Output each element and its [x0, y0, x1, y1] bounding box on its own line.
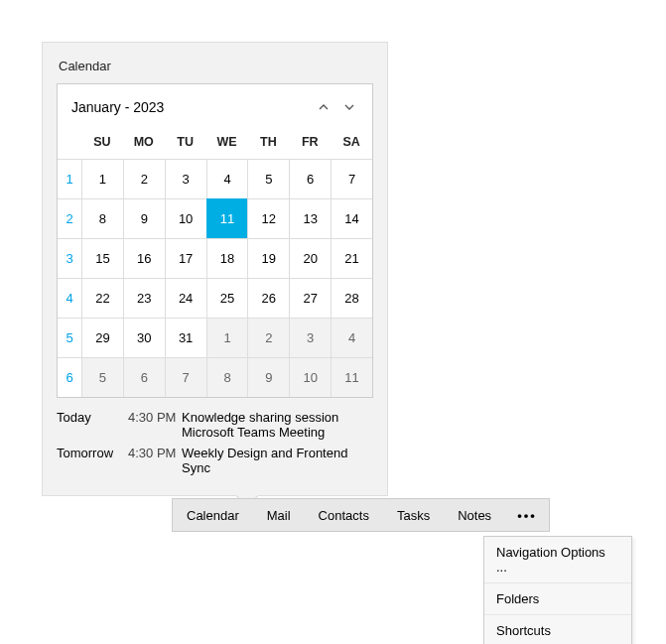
day-cell[interactable]: 20: [289, 238, 331, 278]
day-cell[interactable]: 25: [206, 278, 248, 318]
day-cell[interactable]: 19: [247, 238, 289, 278]
event-subtitle: Microsoft Teams Meeting: [182, 425, 373, 440]
next-month-button[interactable]: [336, 94, 362, 120]
upcoming-events: Today4:30 PMKnowledge sharing sessionMic…: [57, 410, 373, 475]
menu-item[interactable]: Folders: [484, 583, 631, 615]
week-number[interactable]: 4: [58, 278, 81, 318]
day-cell[interactable]: 4: [331, 318, 372, 357]
calendar-grid: SUMOTUWETHFRSA11234567289101112131431516…: [58, 126, 372, 397]
day-cell[interactable]: 2: [247, 318, 289, 357]
nav-item-notes[interactable]: Notes: [444, 499, 505, 531]
panel-title: Calendar: [57, 57, 373, 75]
day-cell[interactable]: 24: [165, 278, 206, 318]
day-of-week-header: SU: [81, 127, 123, 159]
day-of-week-header: MO: [123, 127, 165, 159]
day-cell[interactable]: 2: [123, 159, 165, 198]
day-cell[interactable]: 26: [247, 278, 289, 318]
day-cell[interactable]: 3: [165, 159, 206, 198]
week-number[interactable]: 5: [58, 318, 81, 357]
day-cell[interactable]: 10: [165, 198, 206, 238]
day-cell[interactable]: 11: [206, 198, 248, 238]
day-cell[interactable]: 4: [206, 159, 248, 198]
event-title[interactable]: Weekly Design and Frontend Sync: [182, 446, 373, 475]
chevron-down-icon: [344, 100, 354, 115]
week-number[interactable]: 6: [58, 357, 81, 397]
navigation-bar: CalendarMailContactsTasksNotes•••: [172, 498, 550, 532]
chevron-up-icon: [319, 100, 329, 115]
day-cell[interactable]: 28: [331, 278, 372, 318]
day-cell[interactable]: 1: [81, 159, 123, 198]
day-cell[interactable]: 23: [123, 278, 165, 318]
calendar-header: January - 2023: [58, 84, 372, 126]
day-cell[interactable]: 13: [289, 198, 331, 238]
prev-month-button[interactable]: [311, 94, 336, 120]
event-time: 4:30 PM: [128, 410, 182, 425]
nav-item-mail[interactable]: Mail: [253, 499, 305, 531]
event-row: Today4:30 PMKnowledge sharing sessionMic…: [57, 410, 373, 440]
day-cell[interactable]: 21: [331, 238, 372, 278]
day-cell[interactable]: 10: [289, 357, 331, 397]
day-cell[interactable]: 8: [206, 357, 248, 397]
event-title[interactable]: Knowledge sharing sessionMicrosoft Teams…: [182, 410, 373, 440]
day-cell[interactable]: 18: [206, 238, 248, 278]
day-of-week-header: WE: [206, 127, 248, 159]
nav-overflow-button[interactable]: •••: [505, 499, 549, 531]
event-row: Tomorrow4:30 PMWeekly Design and Fronten…: [57, 446, 373, 475]
day-cell[interactable]: 9: [247, 357, 289, 397]
day-cell[interactable]: 27: [289, 278, 331, 318]
event-day-label: Tomorrow: [57, 446, 128, 460]
day-cell[interactable]: 12: [247, 198, 289, 238]
day-cell[interactable]: 7: [331, 159, 372, 198]
day-of-week-header: FR: [289, 127, 331, 159]
day-cell[interactable]: 30: [123, 318, 165, 357]
overflow-menu: Navigation Options ...FoldersShortcuts: [483, 536, 632, 644]
week-number[interactable]: 3: [58, 238, 81, 278]
day-cell[interactable]: 16: [123, 238, 165, 278]
day-of-week-header: TH: [247, 127, 289, 159]
day-cell[interactable]: 29: [81, 318, 123, 357]
day-cell[interactable]: 9: [123, 198, 165, 238]
week-number[interactable]: 2: [58, 198, 81, 238]
day-cell[interactable]: 11: [331, 357, 372, 397]
day-of-week-header: TU: [165, 127, 206, 159]
day-cell[interactable]: 22: [81, 278, 123, 318]
calendar-panel: Calendar January - 2023 SUMOTUWETHFRSA11…: [42, 42, 388, 496]
day-cell[interactable]: 15: [81, 238, 123, 278]
day-cell[interactable]: 8: [81, 198, 123, 238]
menu-item[interactable]: Navigation Options ...: [484, 537, 631, 583]
day-cell[interactable]: 6: [289, 159, 331, 198]
event-day-label: Today: [57, 410, 128, 425]
day-cell[interactable]: 6: [123, 357, 165, 397]
day-cell[interactable]: 14: [331, 198, 372, 238]
day-cell[interactable]: 1: [206, 318, 248, 357]
calendar-frame: January - 2023 SUMOTUWETHFRSA11234567289…: [57, 83, 373, 398]
day-cell[interactable]: 7: [165, 357, 206, 397]
nav-item-calendar[interactable]: Calendar: [173, 499, 253, 531]
day-cell[interactable]: 17: [165, 238, 206, 278]
nav-item-contacts[interactable]: Contacts: [305, 499, 383, 531]
day-cell[interactable]: 5: [247, 159, 289, 198]
menu-item[interactable]: Shortcuts: [484, 615, 631, 644]
nav-item-tasks[interactable]: Tasks: [383, 499, 444, 531]
week-number[interactable]: 1: [58, 159, 81, 198]
event-time: 4:30 PM: [128, 446, 182, 460]
day-cell[interactable]: 3: [289, 318, 331, 357]
month-year-label[interactable]: January - 2023: [71, 99, 311, 115]
day-of-week-header: SA: [331, 127, 372, 159]
day-cell[interactable]: 31: [165, 318, 206, 357]
day-cell[interactable]: 5: [81, 357, 123, 397]
